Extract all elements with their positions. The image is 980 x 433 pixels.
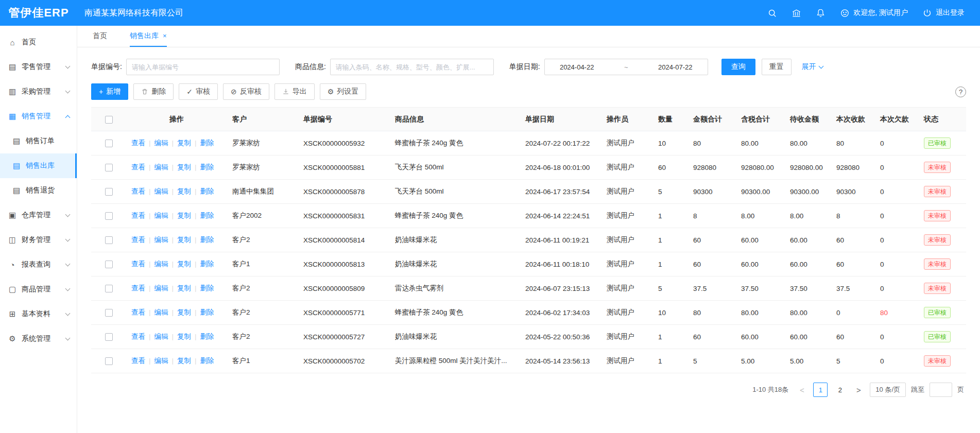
- row-action-view[interactable]: 查看: [131, 139, 145, 147]
- user-menu[interactable]: 欢迎您, 测试用户: [840, 8, 908, 18]
- reset-button[interactable]: 重置: [762, 59, 792, 75]
- column-header-5[interactable]: 操作员: [601, 108, 653, 131]
- select-all-checkbox[interactable]: [105, 116, 113, 124]
- row-action-delete[interactable]: 删除: [200, 308, 214, 316]
- tab-sales-outbound[interactable]: 销售出库×: [130, 26, 167, 47]
- row-checkbox[interactable]: [105, 357, 113, 365]
- column-header-3[interactable]: 商品信息: [390, 108, 520, 131]
- row-checkbox[interactable]: [105, 140, 113, 147]
- expand-link[interactable]: 展开: [802, 62, 823, 72]
- date-to[interactable]: 2024-07-22: [658, 63, 693, 71]
- row-action-view[interactable]: 查看: [131, 333, 145, 340]
- row-action-copy[interactable]: 复制: [177, 357, 191, 365]
- row-action-delete[interactable]: 删除: [200, 212, 214, 219]
- row-checkbox[interactable]: [105, 236, 113, 244]
- row-action-delete[interactable]: 删除: [200, 284, 214, 292]
- row-action-copy[interactable]: 复制: [177, 212, 191, 219]
- date-from[interactable]: 2024-04-22: [560, 63, 594, 71]
- audit-button[interactable]: ✓ 审核: [179, 83, 218, 100]
- row-action-edit[interactable]: 编辑: [154, 260, 168, 268]
- prev-page-button[interactable]: <: [796, 383, 808, 397]
- row-action-copy[interactable]: 复制: [177, 260, 191, 268]
- row-checkbox[interactable]: [105, 212, 113, 220]
- sidebar-item-finance[interactable]: ◫财务管理: [0, 228, 77, 252]
- export-button[interactable]: 导出: [274, 83, 315, 100]
- row-action-delete[interactable]: 删除: [200, 333, 214, 340]
- column-header-0[interactable]: 操作: [126, 108, 227, 131]
- page-button-1[interactable]: 1: [813, 383, 828, 397]
- column-header-11[interactable]: 本次欠款: [875, 108, 919, 131]
- column-settings-button[interactable]: ⚙ 列设置: [320, 83, 367, 100]
- row-action-edit[interactable]: 编辑: [154, 284, 168, 292]
- row-action-delete[interactable]: 删除: [200, 236, 214, 244]
- row-action-view[interactable]: 查看: [131, 260, 145, 268]
- close-icon[interactable]: ×: [163, 32, 167, 40]
- sidebar-item-product[interactable]: ▢商品管理: [0, 277, 77, 302]
- column-header-10[interactable]: 本次收款: [831, 108, 875, 131]
- sidebar-item-warehouse[interactable]: ▣仓库管理: [0, 203, 77, 228]
- column-header-6[interactable]: 数量: [653, 108, 688, 131]
- row-action-view[interactable]: 查看: [131, 284, 145, 292]
- row-action-copy[interactable]: 复制: [177, 284, 191, 292]
- row-checkbox[interactable]: [105, 261, 113, 268]
- row-action-edit[interactable]: 编辑: [154, 333, 168, 340]
- row-action-view[interactable]: 查看: [131, 236, 145, 244]
- search-button[interactable]: 查询: [721, 59, 755, 75]
- row-action-copy[interactable]: 复制: [177, 308, 191, 316]
- doc-no-input[interactable]: [126, 59, 280, 75]
- help-icon[interactable]: ?: [955, 86, 966, 97]
- sidebar-item-report[interactable]: ◔报表查询: [0, 252, 77, 277]
- row-checkbox[interactable]: [105, 333, 113, 341]
- row-action-copy[interactable]: 复制: [177, 187, 191, 195]
- column-header-7[interactable]: 金额合计: [688, 108, 736, 131]
- sidebar-item-home[interactable]: ⌂首页: [0, 30, 77, 55]
- row-action-copy[interactable]: 复制: [177, 236, 191, 244]
- row-action-view[interactable]: 查看: [131, 357, 145, 365]
- row-action-edit[interactable]: 编辑: [154, 236, 168, 244]
- row-action-delete[interactable]: 删除: [200, 163, 214, 171]
- row-action-delete[interactable]: 删除: [200, 187, 214, 195]
- search-icon[interactable]: [767, 8, 777, 18]
- row-action-edit[interactable]: 编辑: [154, 357, 168, 365]
- row-action-view[interactable]: 查看: [131, 212, 145, 219]
- row-action-copy[interactable]: 复制: [177, 139, 191, 147]
- sidebar-subitem-sales-return[interactable]: ▤销售退货: [0, 178, 77, 203]
- logout-button[interactable]: 退出登录: [922, 8, 965, 18]
- next-page-button[interactable]: >: [852, 383, 865, 397]
- row-checkbox[interactable]: [105, 188, 113, 196]
- page-size-select[interactable]: 10 条/页: [870, 383, 906, 397]
- column-header-2[interactable]: 单据编号: [298, 108, 390, 131]
- row-action-view[interactable]: 查看: [131, 187, 145, 195]
- column-header-1[interactable]: 客户: [227, 108, 298, 131]
- column-header-4[interactable]: 单据日期: [520, 108, 601, 131]
- row-action-delete[interactable]: 删除: [200, 139, 214, 147]
- row-checkbox[interactable]: [105, 285, 113, 292]
- bell-icon[interactable]: [816, 8, 826, 18]
- unaudit-button[interactable]: ⊘ 反审核: [223, 83, 269, 100]
- row-action-edit[interactable]: 编辑: [154, 308, 168, 316]
- row-checkbox[interactable]: [105, 164, 113, 171]
- home-icon[interactable]: [792, 8, 801, 18]
- sidebar-subitem-sales-order[interactable]: ▤销售订单: [0, 129, 77, 153]
- column-header-8[interactable]: 含税合计: [736, 108, 785, 131]
- row-action-edit[interactable]: 编辑: [154, 212, 168, 219]
- product-info-input[interactable]: [330, 59, 494, 75]
- row-checkbox[interactable]: [105, 309, 113, 317]
- row-action-edit[interactable]: 编辑: [154, 163, 168, 171]
- row-action-edit[interactable]: 编辑: [154, 187, 168, 195]
- sidebar-item-system[interactable]: ⚙系统管理: [0, 326, 77, 351]
- tab-home[interactable]: 首页: [93, 26, 107, 47]
- page-button-2[interactable]: 2: [833, 383, 847, 397]
- column-header-12[interactable]: 状态: [919, 108, 966, 131]
- sidebar-item-basic[interactable]: ⊞基本资料: [0, 302, 77, 326]
- column-header-9[interactable]: 待收金额: [785, 108, 831, 131]
- row-action-copy[interactable]: 复制: [177, 333, 191, 340]
- sidebar-item-sales[interactable]: ▦销售管理: [0, 104, 77, 129]
- sidebar-subitem-sales-outbound[interactable]: ▤销售出库: [0, 153, 77, 178]
- sidebar-item-purchase[interactable]: ▥采购管理: [0, 79, 77, 104]
- jump-page-input[interactable]: [930, 383, 952, 397]
- date-range-picker[interactable]: 2024-04-22 ~ 2024-07-22: [544, 59, 708, 75]
- row-action-delete[interactable]: 删除: [200, 260, 214, 268]
- row-action-copy[interactable]: 复制: [177, 163, 191, 171]
- row-action-edit[interactable]: 编辑: [154, 139, 168, 147]
